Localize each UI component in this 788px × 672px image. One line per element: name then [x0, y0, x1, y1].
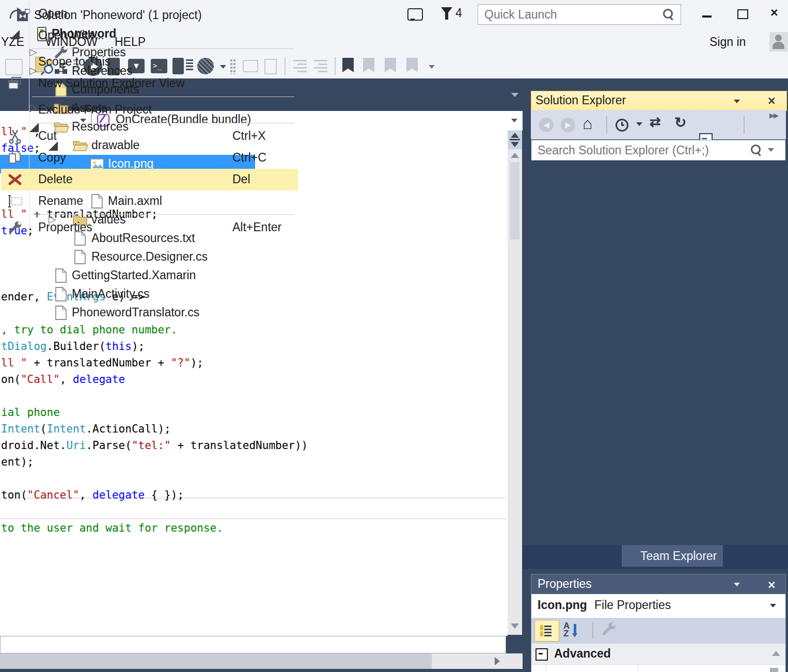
menu-item-label: Properties [38, 220, 92, 234]
menu-item-scope-to-this[interactable]: Scope to This [1, 51, 298, 73]
solution-explorer-toolbar: ◀ ▶ ⌂ ⇄ ↻ ▸▸ [531, 110, 786, 139]
menu-item-rename[interactable]: Rename [1, 190, 298, 212]
editor-splitter-handle[interactable] [508, 131, 522, 149]
code-line: ent); [1, 454, 34, 470]
file-icon [72, 249, 87, 267]
forward-icon-disabled[interactable]: ▶ [561, 118, 575, 132]
sync-with-active-document-icon[interactable]: ⇄ [650, 114, 661, 130]
back-icon-disabled[interactable]: ◀ [539, 118, 554, 132]
section-header: Advanced [554, 647, 611, 661]
visual-studio-window: 4 × YZE WINDOW HELP Sign in ▼ >_ [0, 0, 788, 672]
next-bookmark-icon-disabled[interactable] [385, 58, 396, 72]
quick-launch-input[interactable] [483, 5, 656, 24]
sign-in-link[interactable]: Sign in [710, 35, 746, 49]
cut-icon [7, 129, 23, 146]
editor-footer-box [0, 636, 506, 653]
property-pages-icon-disabled[interactable] [601, 621, 617, 639]
code-line: ton("Cancel", delegate { }); [1, 487, 184, 503]
object-dropdown-icon[interactable] [770, 604, 776, 607]
refresh-icon[interactable]: ↻ [674, 114, 686, 131]
menu-item-properties[interactable]: PropertiesAlt+Enter [1, 217, 298, 238]
toolbar-overflow-icon[interactable]: ▸▸ [769, 109, 778, 121]
object-kind: File Properties [594, 598, 671, 612]
scrollbar-thumb[interactable] [770, 668, 778, 672]
properties-category-row[interactable]: Advanced [531, 644, 785, 664]
user-avatar[interactable] [769, 32, 788, 52]
tree-item-gettingstarted-xamarin[interactable]: GettingStarted.Xamarin [0, 266, 255, 285]
notification-count[interactable]: 4 [455, 6, 462, 20]
solution-explorer-search-input[interactable] [537, 141, 735, 159]
scroll-down-arrow[interactable] [511, 623, 519, 629]
scroll-up-arrow[interactable] [511, 153, 519, 158]
indent-increase-icon-disabled[interactable] [314, 60, 327, 74]
properties-object-row[interactable]: Icon.png File Properties [531, 594, 785, 618]
pending-changes-filter-icon[interactable] [616, 119, 628, 132]
menu-item-label: New Solution Explorer View [38, 76, 184, 90]
menu-item-label: Open With... [38, 28, 104, 42]
properties-titlebar[interactable]: Properties × [531, 574, 785, 594]
search-icon[interactable] [663, 9, 673, 19]
categorized-view-button[interactable] [534, 620, 559, 642]
wrench-icon [7, 220, 23, 237]
solution-explorer-titlebar[interactable]: Solution Explorer × [531, 91, 787, 111]
alphabetical-sort-button[interactable]: AZ [563, 622, 570, 637]
feedback-icon[interactable] [407, 8, 423, 21]
code-line: on("Call", delegate [1, 371, 125, 388]
menu-item-shortcut: Del [232, 172, 250, 186]
menu-item-shortcut: Alt+Enter [232, 220, 281, 234]
code-line: droid.Net.Uri.Parse("tel:" + translatedN… [1, 437, 308, 454]
maximize-button[interactable] [737, 9, 748, 19]
menu-item-label: Copy [38, 151, 66, 165]
menu-item-copy[interactable]: CopyCtrl+C [1, 147, 298, 169]
window-position-icon[interactable] [734, 583, 740, 586]
toolbar-dropdown-icon[interactable] [429, 65, 435, 69]
close-icon[interactable]: × [768, 92, 776, 110]
menu-item-delete[interactable]: DeleteDel [1, 169, 298, 190]
bookmark-icon[interactable] [342, 58, 354, 72]
filter-dropdown-icon[interactable] [636, 122, 642, 126]
document-dropdown-icon[interactable] [511, 93, 518, 97]
menu-item-label: Delete [38, 172, 72, 186]
menu-item-open[interactable]: Open [1, 3, 298, 25]
minimize-button[interactable] [702, 15, 712, 18]
code-line: ial phone [1, 404, 60, 421]
properties-panel: Properties × Icon.png File Properties AZ… [531, 574, 786, 672]
menu-item-open-with-[interactable]: Open With... [1, 25, 298, 46]
tree-item-label: MainActivity.cs [72, 287, 149, 301]
scrollbar-thumb[interactable] [0, 653, 432, 669]
panel-title: Properties [538, 577, 592, 590]
clear-bookmarks-icon-disabled[interactable] [406, 58, 418, 72]
search-icon[interactable] [751, 145, 761, 154]
menu-item-exclude-from-project[interactable]: Exclude From Project [1, 99, 298, 121]
properties-grid [531, 664, 785, 672]
editor-vertical-scrollbar[interactable] [508, 130, 522, 635]
menu-item-cut[interactable]: CutCtrl+X [1, 125, 298, 147]
window-position-icon[interactable] [734, 100, 740, 103]
menu-separator [32, 49, 294, 49]
tree-item-resource-designer-cs[interactable]: Resource.Designer.cs [0, 248, 255, 266]
notifications-filter-icon[interactable] [441, 7, 452, 14]
tree-item-mainactivity-cs[interactable]: MainActivity.cs [0, 285, 255, 303]
tree-item-phonewordtranslator-cs[interactable]: PhonewordTranslator.cs [0, 303, 255, 322]
menu-item-label: Cut [38, 129, 57, 143]
rename-icon [7, 194, 23, 211]
collapse-section-icon[interactable] [535, 648, 548, 661]
home-icon[interactable]: ⌂ [582, 114, 592, 133]
close-button[interactable]: × [770, 5, 778, 20]
toolbar-separator [606, 116, 607, 134]
copy-icon [7, 150, 23, 168]
tab-team-explorer[interactable]: Team Explorer [622, 545, 723, 567]
solution-explorer-search-box [531, 140, 785, 161]
toolbar-separator [744, 116, 745, 134]
close-icon[interactable]: × [768, 575, 776, 594]
menu-item-new-solution-explorer-view[interactable]: New Solution Explorer View [1, 73, 298, 94]
code-line: , try to dial phone number. [1, 322, 177, 338]
scroll-up-arrow[interactable] [772, 651, 780, 656]
scrollbar-thumb[interactable] [510, 162, 519, 239]
search-dropdown-icon[interactable] [768, 148, 774, 152]
tree-item-label: GettingStarted.Xamarin [72, 268, 196, 282]
scroll-right-arrow[interactable] [495, 657, 500, 665]
previous-bookmark-icon-disabled[interactable] [363, 58, 374, 72]
code-line: ll " + translatedNumber + "?"); [1, 355, 203, 371]
panel-title: Solution Explorer [535, 93, 626, 107]
